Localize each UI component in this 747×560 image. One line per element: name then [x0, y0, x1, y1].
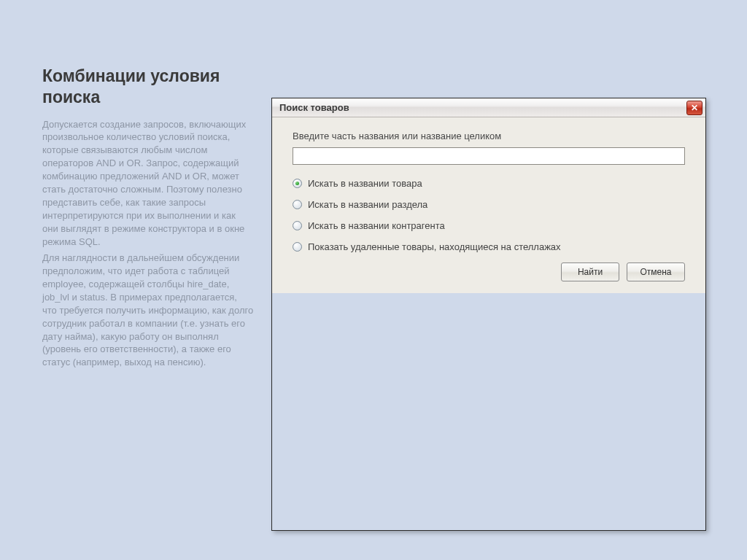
- dialog-body: Введите часть названия или название цели…: [272, 117, 705, 293]
- radio-icon: [293, 179, 302, 188]
- option-search-counterparty[interactable]: Искать в названии контрагента: [293, 220, 685, 231]
- search-prompt: Введите часть названия или название цели…: [293, 131, 685, 141]
- paragraph-1: Допускается создание запросов, включающи…: [42, 118, 254, 249]
- search-dialog: Поиск товаров ✕ Введите часть названия и…: [271, 98, 706, 531]
- option-label: Показать удаленные товары, находящиеся н…: [308, 241, 561, 252]
- cancel-button[interactable]: Отмена: [627, 262, 685, 281]
- option-label: Искать в названии контрагента: [308, 220, 445, 231]
- dialog-buttons: Найти Отмена: [293, 262, 685, 281]
- dialog-titlebar[interactable]: Поиск товаров ✕: [272, 98, 705, 117]
- option-search-section[interactable]: Искать в названии раздела: [293, 199, 685, 210]
- option-label: Искать в названии раздела: [308, 199, 427, 210]
- dialog-title: Поиск товаров: [279, 102, 349, 113]
- search-input[interactable]: [293, 147, 685, 165]
- paragraph-2: Для наглядности в дальнейшем обсуждении …: [42, 252, 254, 369]
- slide-title: Комбинации условия поиска: [42, 66, 254, 108]
- close-button[interactable]: ✕: [686, 101, 703, 115]
- radio-icon: [293, 221, 302, 230]
- option-search-product[interactable]: Искать в названии товара: [293, 178, 685, 189]
- radio-icon: [293, 200, 302, 209]
- radio-icon: [293, 242, 302, 252]
- option-show-deleted[interactable]: Показать удаленные товары, находящиеся н…: [293, 241, 685, 252]
- option-label: Искать в названии товара: [308, 178, 422, 189]
- slide-body: Допускается создание запросов, включающи…: [42, 118, 254, 370]
- close-icon: ✕: [691, 104, 698, 112]
- find-button[interactable]: Найти: [561, 262, 619, 281]
